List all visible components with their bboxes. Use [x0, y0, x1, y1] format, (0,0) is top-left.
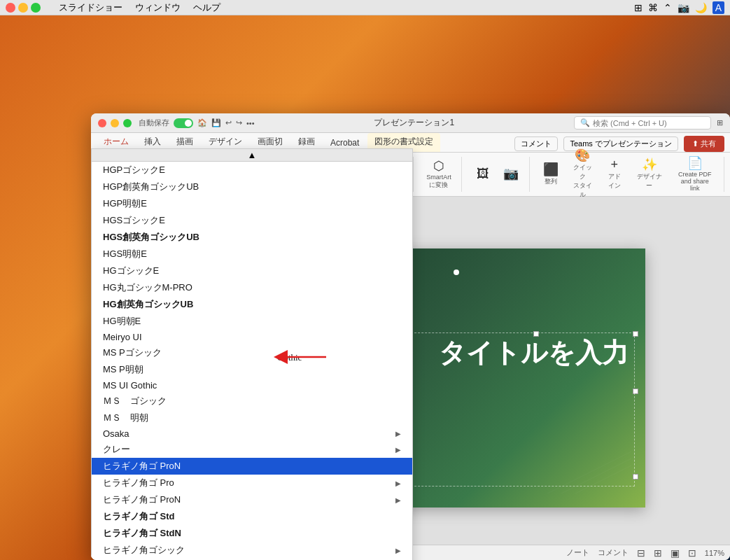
- comment-btn[interactable]: コメント: [514, 136, 558, 151]
- picture2-btn[interactable]: 📷: [498, 165, 524, 183]
- font-item-12[interactable]: MS P明朝: [92, 361, 412, 378]
- zoom-level: 117%: [705, 549, 724, 557]
- group-arrange: ⬛ 整列 🎨 クイックスタイル + アドイン ✨ デザイナー 📄 Cre: [533, 157, 724, 192]
- view-present-btn[interactable]: ⊡: [688, 547, 696, 559]
- font-item-5[interactable]: HGS明朝E: [92, 246, 412, 262]
- view-reading-btn[interactable]: ▣: [671, 547, 680, 559]
- font-item-8[interactable]: HG創英角ゴシックUB: [92, 296, 412, 313]
- font-item-2[interactable]: HGP明朝E: [92, 195, 412, 212]
- search-icon: 🔍: [580, 118, 590, 127]
- group-smartart: ⬡ SmartArtに変換: [416, 157, 462, 192]
- redo-icon[interactable]: ↪: [236, 118, 242, 127]
- svg-line-0: [547, 451, 631, 493]
- font-item-7[interactable]: HG丸ゴシックM-PRO: [92, 279, 412, 296]
- svg-line-1: [561, 458, 631, 493]
- font-item-10[interactable]: Meiryo UI: [92, 330, 412, 344]
- designer-btn[interactable]: ✨ デザイナー: [630, 156, 669, 192]
- quick-style-btn[interactable]: 🎨 クイックスタイル: [566, 147, 599, 202]
- comments-btn[interactable]: コメント: [598, 547, 629, 558]
- share-panel-icon[interactable]: ⊞: [717, 118, 723, 127]
- arrow-icon-19: ▶: [395, 479, 401, 487]
- font-item-20[interactable]: ヒラギノ角ゴ ProN ▶: [92, 491, 412, 508]
- arrow-icon-23: ▶: [395, 547, 401, 554]
- add-in-icon: +: [610, 158, 618, 171]
- search-input[interactable]: [593, 119, 705, 127]
- selected-font-label: ヒラギノ角ゴ ProN: [103, 460, 181, 472]
- more-icon[interactable]: •••: [246, 119, 255, 127]
- smartart-btn[interactable]: ⬡ SmartArtに変換: [422, 158, 456, 192]
- view-normal-btn[interactable]: ⊟: [637, 547, 645, 559]
- font-item-16[interactable]: Osaka ▶: [92, 426, 412, 441]
- status-right: ノート コメント ⊟ ⊞ ▣ ⊡ 117%: [566, 547, 724, 559]
- font-item-4[interactable]: HGS創英角ゴシックUB: [92, 229, 412, 246]
- window-minimize[interactable]: [111, 119, 119, 127]
- menu-slideshow[interactable]: スライドショー: [59, 1, 122, 14]
- share-icon: ⬆: [692, 139, 701, 148]
- smartart-icon: ⬡: [433, 160, 444, 172]
- quick-style-icon: 🎨: [575, 149, 590, 162]
- picture2-icon: 📷: [503, 167, 519, 180]
- save-icon[interactable]: 💾: [211, 118, 221, 127]
- font-item-9[interactable]: HG明朝E: [92, 313, 412, 330]
- font-dropdown: ▲ HGPゴシックE HGP創英角ゴシックUB HGP明朝E HGSゴシックE …: [91, 148, 413, 560]
- grid-icon[interactable]: ⊞: [634, 2, 643, 13]
- moon-icon[interactable]: 🌙: [695, 2, 707, 13]
- font-item-22[interactable]: ヒラギノ角ゴ StdN: [92, 525, 412, 542]
- title-bar: 自動保存 🏠 💾 ↩ ↪ ••• プレゼンテーション1 🔍 ⊞: [91, 113, 730, 133]
- arrange-icon: ⬛: [543, 163, 559, 176]
- font-item-0[interactable]: HGPゴシックE: [92, 162, 412, 178]
- font-item-1[interactable]: HGP創英角ゴシックUB: [92, 178, 412, 195]
- font-item-11[interactable]: MS Pゴシック: [92, 344, 412, 361]
- notes-btn[interactable]: ノート: [566, 547, 589, 558]
- menubar: スライドショー ウィンドウ ヘルプ ⊞ ⌘ ⌃ 📷 🌙 A: [0, 0, 730, 15]
- share-btn[interactable]: ⬆ 共有: [684, 136, 724, 152]
- undo-icon[interactable]: ↩: [225, 118, 232, 127]
- autosave-toggle[interactable]: [174, 118, 193, 128]
- traffic-light-red[interactable]: [6, 3, 15, 13]
- monitor-icon[interactable]: ⌘: [648, 2, 658, 13]
- key-icon[interactable]: ⌃: [664, 2, 672, 13]
- font-item-17[interactable]: クレー ▶: [92, 441, 412, 458]
- create-pdf-icon: 📄: [687, 157, 703, 169]
- font-item-14[interactable]: ＭＳ ゴシック: [92, 393, 412, 410]
- font-item-19[interactable]: ヒラギノ角ゴ Pro ▶: [92, 475, 412, 491]
- menu-help[interactable]: ヘルプ: [193, 1, 220, 14]
- font-item-15[interactable]: ＭＳ 明朝: [92, 410, 412, 426]
- arrow-icon-17: ▶: [395, 446, 401, 454]
- a-icon: A: [713, 1, 724, 14]
- dropdown-header[interactable]: ▲: [92, 149, 412, 162]
- menu-window[interactable]: ウィンドウ: [135, 1, 181, 14]
- arrow-icon-20: ▶: [395, 496, 401, 504]
- window-title: プレゼンテーション1: [374, 118, 454, 127]
- window-maximize[interactable]: [123, 119, 132, 127]
- font-item-21[interactable]: ヒラギノ角ゴ Std: [92, 508, 412, 525]
- arrange-btn[interactable]: ⬛ 整列: [538, 161, 563, 188]
- add-in-btn[interactable]: + アドイン: [602, 156, 627, 192]
- home-icon: 🏠: [197, 118, 207, 127]
- font-item-13[interactable]: MS UI Gothic: [92, 378, 412, 393]
- window-close[interactable]: [98, 119, 106, 127]
- picture-btn[interactable]: 🖼: [470, 165, 496, 183]
- traffic-light-yellow[interactable]: [18, 3, 28, 13]
- designer-icon: ✨: [642, 158, 657, 171]
- ppt-window: 自動保存 🏠 💾 ↩ ↪ ••• プレゼンテーション1 🔍 ⊞ ホーム 挿入 描…: [91, 113, 730, 560]
- autosave-label: 自動保存: [139, 118, 169, 128]
- collapse-arrow: ▲: [248, 150, 257, 160]
- camera-icon[interactable]: 📷: [678, 2, 689, 13]
- slide-decoration: [547, 451, 631, 493]
- font-item-3[interactable]: HGSゴシックE: [92, 212, 412, 229]
- create-pdf-btn[interactable]: 📄 Create PDFand share link: [672, 155, 719, 194]
- font-item-23[interactable]: ヒラギノ角ゴシック ▶: [92, 542, 412, 559]
- svg-line-2: [575, 465, 631, 493]
- font-item-6[interactable]: HGゴシックE: [92, 262, 412, 279]
- font-item-18-selected[interactable]: ヒラギノ角ゴ ProN: [92, 458, 412, 475]
- picture-icon: 🖼: [477, 167, 489, 180]
- group-picture: 🖼 📷: [465, 157, 530, 192]
- slide-center-dot: [454, 270, 459, 275]
- traffic-light-green[interactable]: [31, 3, 41, 13]
- slide-title: タイトルを入力: [410, 339, 629, 368]
- view-grid-btn[interactable]: ⊞: [654, 547, 662, 559]
- arrow-icon-16: ▶: [395, 430, 401, 438]
